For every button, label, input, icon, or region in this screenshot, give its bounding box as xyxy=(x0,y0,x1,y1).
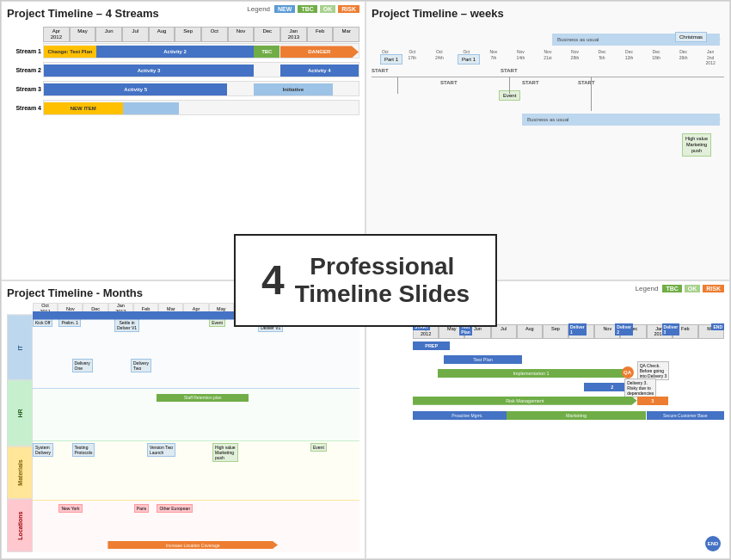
testplan-bar: Test Plan xyxy=(444,355,522,364)
other-european-callout: Other European xyxy=(157,504,193,513)
locations-section: New York Paris Increase Location Coverag… xyxy=(33,501,359,552)
hr-section: Staff Retention plan xyxy=(33,389,359,441)
legend-label: Legend xyxy=(247,5,270,13)
marketing-bar: Marketing xyxy=(507,411,647,420)
vert-line-2 xyxy=(509,77,510,94)
q1-legend: Legend NEW TBC OK RISK xyxy=(247,5,359,13)
location-coverage-bar: Increase Location Coverage xyxy=(108,541,278,549)
paris-callout: Paris xyxy=(134,504,149,513)
start-label-1: START xyxy=(372,68,389,73)
legend-new: NEW xyxy=(274,5,295,13)
it-label: IT xyxy=(7,315,33,381)
bar-3: 3 xyxy=(637,397,668,405)
q4-legend-risk: RISK xyxy=(703,285,724,292)
materials-label: Materials xyxy=(7,446,33,500)
q4-legend: Legend TBC OK RISK xyxy=(636,285,724,292)
bau-bottom: Business as usual xyxy=(522,114,720,127)
q2-title: Project Timeline – weeks xyxy=(372,7,724,20)
delivery-two-callout: DeliveryTwo xyxy=(131,359,151,372)
staff-retention-bar: Staff Retention plan xyxy=(157,394,248,402)
legend-ok: OK xyxy=(320,5,336,13)
newyork-callout: New York xyxy=(58,504,82,513)
marketing-callout: High valueMarketingpush xyxy=(682,133,711,157)
bar-tbc: TBC xyxy=(254,46,280,58)
main-container: Project Timeline – 4 Streams Legend NEW … xyxy=(0,0,731,560)
start-label-4: START xyxy=(522,80,539,85)
bar-activity2: Activity 2 xyxy=(96,46,254,58)
testing-protocols-callout: TestingProtocols xyxy=(72,443,95,457)
stream1-label: Stream 1 xyxy=(7,48,43,54)
part1a-callout: Part 1 xyxy=(380,54,402,65)
vert-line-3 xyxy=(591,77,592,111)
legend-risk: RISK xyxy=(338,5,359,13)
timeline-line xyxy=(372,77,724,77)
stream2-label: Stream 2 xyxy=(7,67,43,73)
qa-check-callout: QA Check.Before goinginto Delivery 3 xyxy=(637,361,670,380)
stream4-label: Stream 4 xyxy=(7,105,43,111)
materials-event-callout: Event xyxy=(310,443,327,452)
vert-line-1 xyxy=(397,77,398,94)
stream3-label: Stream 3 xyxy=(7,86,43,92)
start-label-2: START xyxy=(501,68,518,73)
locations-label: Locations xyxy=(7,499,33,552)
hr-label: HR xyxy=(7,380,33,446)
bar-change-testplan: Change: Test Plan xyxy=(44,46,96,58)
q4-legend-tbc: TBC xyxy=(662,285,681,292)
secure-customer-bar: Secure Customer Base xyxy=(647,411,725,420)
overlay-number: 4 xyxy=(261,256,285,304)
start-label-3: START xyxy=(440,80,458,85)
high-value-callout: High valueMarketingpush xyxy=(212,443,238,462)
q4-legend-ok: OK xyxy=(685,285,701,292)
q4-legend-label: Legend xyxy=(636,285,659,292)
bar-activity3: Activity 3 xyxy=(44,65,254,77)
materials-section: SystemDelivery TestingProtocols Version … xyxy=(33,441,359,501)
bar-initiative: Initiative xyxy=(254,83,333,95)
delivery-one-callout: DeliveryOne xyxy=(72,359,93,372)
system-delivery-callout: SystemDelivery xyxy=(33,443,53,457)
legend-tbc: TBC xyxy=(298,5,316,13)
bar-activity5: Activity 5 xyxy=(44,83,227,95)
bar-newitem: NEW ITEM xyxy=(44,102,123,114)
version-two-callout: Version TwoLaunch xyxy=(147,443,175,457)
prep-bar: PREP xyxy=(413,342,450,350)
risk-mgmt-bar: Risk Management xyxy=(413,397,637,405)
overlay-text: ProfessionalTimeline Slides xyxy=(295,253,470,308)
settle-callout: Settle inDeliver V1 xyxy=(114,318,139,332)
part1b-callout: Part 1 xyxy=(458,54,480,65)
delivery3-callout: Delivery 3.Risky due todependencies xyxy=(624,378,656,397)
center-overlay: 4 ProfessionalTimeline Slides xyxy=(234,234,497,327)
start-label-5: START xyxy=(578,80,595,85)
qa-badge: QA xyxy=(622,366,634,378)
bar-danger: DANGER xyxy=(280,46,359,58)
bar-continuation xyxy=(123,102,180,114)
christmas-callout: Christmas xyxy=(675,32,707,42)
bar-activity4: Activity 4 xyxy=(280,65,359,77)
impl1-bar: Implementation 1 xyxy=(438,369,624,378)
